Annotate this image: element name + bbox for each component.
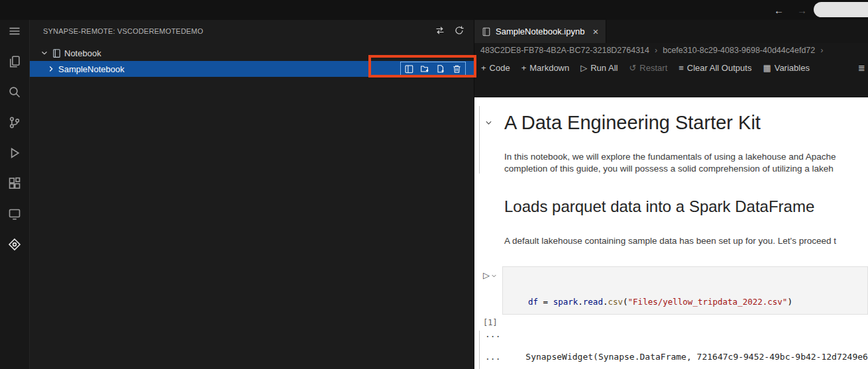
markdown-h2: Loads parquet data into a Spark DataFram…	[504, 197, 814, 216]
activitybar-source-control[interactable]	[3, 111, 26, 134]
sidebar: SYNAPSE-REMOTE: VSCODEREMOTEDEMO Noteboo…	[30, 20, 474, 369]
open-notebook-button[interactable]	[404, 64, 414, 74]
outline-button[interactable]: ≣	[858, 63, 865, 73]
sidebar-header: SYNAPSE-REMOTE: VSCODEREMOTEDEMO	[30, 20, 474, 42]
variables-icon: ▦	[763, 63, 771, 73]
plus-icon: +	[521, 63, 527, 73]
button-label: Restart	[639, 63, 667, 73]
code-cell[interactable]: df = spark.read.csv("Files/yellow_tripda…	[502, 266, 868, 315]
add-code-button[interactable]: + Code	[481, 63, 510, 73]
refresh-icon	[454, 25, 464, 36]
breadcrumb: 483C2DE8-FB78-4B2A-BC72-3218D2764314 › b…	[474, 43, 868, 58]
nav-history: ← →	[774, 0, 807, 20]
code-line-1: df = spark.read.csv("Files/yellow_tripda…	[528, 296, 867, 308]
source-control-icon	[8, 116, 21, 129]
notebook-content: A Data Engineering Starter Kit In this n…	[474, 97, 868, 369]
notebook-icon	[52, 48, 62, 58]
clear-all-outputs-button[interactable]: ≡ Clear All Outputs	[678, 63, 751, 73]
sidebar-title: SYNAPSE-REMOTE: VSCODEREMOTEDEMO	[43, 27, 435, 35]
chevron-right-icon	[46, 64, 56, 74]
activity-bar	[0, 20, 30, 369]
chevron-right-icon: ›	[655, 46, 657, 55]
forward-icon[interactable]: →	[797, 5, 807, 16]
chevron-down-icon	[491, 273, 497, 279]
button-label: Variables	[775, 63, 810, 73]
delete-button[interactable]	[452, 64, 462, 74]
activitybar-extensions[interactable]	[3, 172, 26, 195]
tree-item-inline-actions	[400, 62, 466, 76]
tab-samplenotebook[interactable]: SampleNotebook.ipynb ×	[474, 20, 606, 43]
tree-item-label: Notebook	[64, 48, 101, 58]
button-label: Clear All Outputs	[687, 63, 752, 73]
menu-icon	[8, 25, 21, 38]
clear-all-icon: ≡	[678, 63, 684, 73]
search-box[interactable]	[814, 2, 868, 17]
markdown-h1: A Data Engineering Starter Kit	[504, 112, 761, 134]
run-all-button[interactable]: ▷ Run All	[580, 63, 618, 73]
tree-item-label: SampleNotebook	[58, 64, 125, 74]
breadcrumb-item[interactable]: bcefe310-8c29-4083-9698-40d44c4efd72	[663, 46, 815, 55]
variables-button[interactable]: ▦ Variables	[763, 63, 810, 73]
new-file-icon	[436, 64, 446, 74]
switch-workspace-button[interactable]	[435, 25, 445, 38]
activitybar-run-debug[interactable]	[3, 142, 26, 164]
extensions-icon	[8, 177, 21, 190]
markdown-paragraph: In this notebook, we will explore the fu…	[504, 151, 836, 174]
remote-explorer-icon	[8, 207, 21, 221]
paragraph-line: In this notebook, we will explore the fu…	[504, 151, 836, 163]
tree-item-notebook[interactable]: Notebook	[30, 45, 474, 61]
tab-bar: SampleNotebook.ipynb ×	[474, 20, 868, 43]
chevron-down-icon	[40, 48, 49, 58]
vscode-window: ← → SYNAPSE-REMOT	[0, 0, 868, 369]
breadcrumb-item[interactable]: 483C2DE8-FB78-4B2A-BC72-3218D2764314	[480, 46, 649, 55]
notebook-file-icon	[482, 27, 491, 36]
close-icon[interactable]: ×	[592, 26, 598, 37]
tree-item-samplenotebook[interactable]: SampleNotebook	[30, 61, 474, 77]
list-icon: ≣	[858, 63, 865, 73]
title-bar: ← →	[0, 0, 868, 20]
run-debug-icon	[8, 146, 21, 160]
cell-border	[479, 331, 480, 369]
markdown-paragraph: A default lakehouse containing sample da…	[504, 236, 836, 246]
output-row: ... SynapseWidget(Synapse.DataFrame, 721…	[485, 352, 868, 362]
new-file-button[interactable]	[436, 64, 446, 74]
button-label: Code	[490, 63, 510, 73]
activitybar-synapse[interactable]	[3, 233, 26, 256]
search-icon	[8, 85, 21, 99]
editor-area: SampleNotebook.ipynb × 483C2DE8-FB78-4B2…	[474, 20, 868, 369]
activitybar-explorer[interactable]	[3, 50, 26, 73]
swap-arrows-icon	[435, 25, 445, 36]
restart-icon: ↺	[629, 63, 636, 73]
refresh-button[interactable]	[454, 25, 464, 38]
chevron-right-icon: ›	[820, 46, 823, 55]
plus-icon: +	[481, 63, 486, 73]
synapse-icon	[8, 238, 21, 251]
restart-button[interactable]: ↺ Restart	[629, 63, 667, 73]
play-icon: ▷	[580, 63, 587, 73]
new-folder-button[interactable]	[420, 64, 430, 74]
open-notebook-icon	[404, 64, 414, 74]
output-collapsed-toggle[interactable]: ...	[485, 352, 500, 362]
button-label: Markdown	[529, 63, 569, 73]
button-label: Run All	[590, 63, 618, 73]
chevron-down-icon[interactable]	[484, 119, 493, 127]
tab-label: SampleNotebook.ipynb	[496, 26, 584, 36]
notebook-toolbar: + Code + Markdown ▷ Run All ↺ Restart ≡ …	[474, 58, 868, 78]
paragraph-line: completion of this guide, you will posse…	[504, 163, 836, 175]
menu-button[interactable]	[3, 20, 26, 42]
sidebar-actions	[435, 25, 464, 38]
new-folder-icon	[420, 64, 430, 74]
trash-icon	[452, 64, 462, 74]
execution-count: [1]	[483, 318, 498, 327]
run-cell-button[interactable]: ▷	[483, 270, 497, 280]
output-collapsed-toggle[interactable]: ...	[485, 329, 500, 339]
activitybar-search[interactable]	[3, 81, 26, 103]
explorer-icon	[8, 55, 21, 68]
output-text: SynapseWidget(Synapse.DataFrame, 721647c…	[525, 352, 868, 362]
activitybar-remote-explorer[interactable]	[3, 203, 26, 225]
cell-border	[479, 106, 480, 174]
back-icon[interactable]: ←	[774, 5, 784, 16]
play-icon: ▷	[483, 270, 490, 280]
add-markdown-button[interactable]: + Markdown	[521, 63, 570, 73]
